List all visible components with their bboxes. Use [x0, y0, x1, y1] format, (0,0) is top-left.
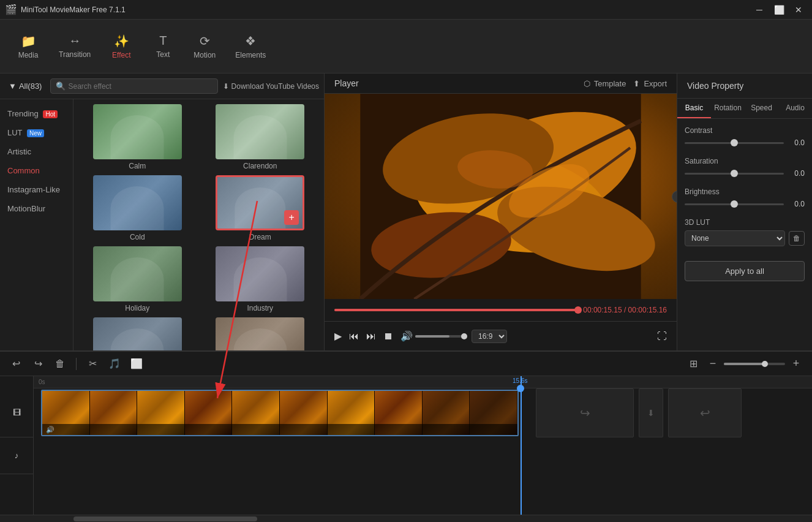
lut-new-badge: New — [27, 129, 44, 137]
effect-clarendon[interactable]: Clarendon — [201, 104, 320, 170]
zoom-control: ⊞ − + — [685, 355, 805, 373]
category-common[interactable]: Common — [0, 161, 73, 180]
video-clip[interactable]: 🔊 — [41, 390, 519, 436]
effect-p2[interactable] — [201, 317, 320, 350]
clip-arrow-3: ↩ — [700, 406, 710, 420]
placeholder-clip-1[interactable]: ↪ — [536, 388, 634, 437]
category-trending-label: Trending — [7, 109, 39, 118]
delete-button[interactable]: 🗑 — [51, 355, 69, 373]
fullscreen-button[interactable]: ⛶ — [657, 331, 667, 342]
contrast-slider[interactable] — [685, 142, 784, 144]
all-effects-toggle[interactable]: ▼ All(83) — [5, 80, 45, 92]
effect-holiday[interactable]: Holiday — [78, 246, 197, 312]
zoom-bar[interactable] — [724, 363, 785, 365]
category-motionblur[interactable]: MotionBlur — [0, 199, 73, 218]
close-button[interactable]: ✕ — [790, 4, 807, 16]
player-title: Player — [334, 78, 359, 88]
export-button[interactable]: ⬆ Export — [633, 79, 667, 88]
category-lut[interactable]: LUT New — [0, 123, 73, 142]
effect-p1[interactable] — [78, 317, 197, 350]
titlebar: 🎬 MiniTool MovieMaker Free 7.1.1 ─ ⬜ ✕ — [0, 0, 812, 20]
template-button[interactable]: ⬡ Template — [584, 79, 626, 88]
cut-button[interactable]: ✂ — [84, 355, 101, 373]
all-count-label: All(83) — [19, 81, 42, 91]
volume-knob[interactable] — [461, 333, 467, 339]
elements-label: Elements — [235, 51, 266, 59]
zoom-collapse-button[interactable]: ⊞ — [685, 355, 702, 373]
dream-add-button[interactable]: + — [284, 210, 299, 225]
effects-panel: ▼ All(83) 🔍 ⬇ Download YouTube Videos Tr… — [0, 74, 325, 350]
saturation-value: 0.0 — [788, 169, 805, 178]
toolbar-media[interactable]: 📁 Media — [10, 30, 47, 63]
restore-button[interactable]: ⬜ — [770, 4, 788, 16]
zoom-in-button[interactable]: + — [788, 355, 805, 373]
video-property-title: Video Property — [677, 74, 812, 99]
toolbar-elements[interactable]: ❖ Elements — [228, 30, 273, 63]
zoom-out-button[interactable]: − — [704, 355, 721, 373]
timeline-playhead-head[interactable] — [517, 385, 524, 392]
tab-rotation[interactable]: Rotation — [711, 99, 745, 118]
effect-dream-thumb: + — [216, 175, 304, 230]
effects-header: ▼ All(83) 🔍 ⬇ Download YouTube Videos — [0, 74, 324, 99]
brightness-slider[interactable] — [685, 203, 784, 205]
timeline-time-label: 15.6s — [513, 377, 527, 384]
tab-basic[interactable]: Basic — [677, 99, 711, 118]
property-tabs: Basic Rotation Speed Audio — [677, 99, 812, 119]
horizontal-scrollbar-thumb[interactable] — [73, 516, 257, 521]
aspect-ratio-select[interactable]: 16:9 4:3 1:1 9:16 — [472, 330, 507, 343]
toolbar-text[interactable]: T Text — [145, 30, 181, 62]
redo-button[interactable]: ↪ — [29, 355, 47, 373]
property-content: Contrast 0.0 Saturation 0.0 Brightness — [677, 119, 812, 350]
effect-calm[interactable]: Calm — [78, 104, 197, 170]
video-frame — [325, 94, 677, 299]
volume-fill — [415, 335, 449, 338]
effect-dream[interactable]: + Dream — [201, 175, 320, 241]
category-artistic-label: Artistic — [7, 147, 31, 156]
effect-holiday-label: Holiday — [125, 304, 149, 312]
export-icon: ⬆ — [633, 79, 640, 88]
search-input[interactable] — [68, 82, 212, 91]
media-icon: 📁 — [21, 34, 36, 48]
timeline-playhead[interactable] — [521, 376, 522, 515]
toolbar-motion[interactable]: ⟳ Motion — [186, 30, 223, 63]
volume-button[interactable]: 🔊 — [400, 330, 413, 342]
lut-select[interactable]: None — [685, 230, 785, 246]
category-instagram[interactable]: Instagram-Like — [0, 180, 73, 199]
motion-icon: ⟳ — [200, 34, 210, 48]
next-frame-button[interactable]: ⏭ — [366, 331, 376, 342]
minimize-button[interactable]: ─ — [751, 4, 768, 16]
zoom-knob[interactable] — [762, 361, 768, 367]
undo-button[interactable]: ↩ — [7, 355, 24, 373]
effect-industry[interactable]: Industry — [201, 246, 320, 312]
saturation-slider[interactable] — [685, 173, 784, 175]
collapse-arrow: ▼ — [9, 81, 17, 91]
progress-bar[interactable] — [334, 309, 578, 311]
stop-button[interactable]: ⏹ — [383, 331, 393, 342]
volume-bar[interactable] — [415, 335, 464, 338]
apply-to-all-button[interactable]: Apply to all — [685, 261, 805, 281]
lut-label: 3D LUT — [685, 218, 805, 227]
text-icon: T — [159, 34, 167, 48]
time-zero-label: 0s — [39, 379, 45, 385]
back-start-button[interactable]: ⏮ — [349, 331, 359, 342]
category-trending[interactable]: Trending Hot — [0, 104, 73, 123]
toolbar-effect[interactable]: ✨ Effect — [103, 30, 140, 63]
crop-button[interactable]: ⬜ — [128, 355, 145, 373]
tab-speed[interactable]: Speed — [745, 99, 778, 118]
progress-knob[interactable] — [574, 306, 582, 314]
download-youtube-btn[interactable]: ⬇ Download YouTube Videos — [223, 82, 319, 91]
timeline-scrollbar[interactable] — [0, 515, 812, 522]
audio-button[interactable]: 🎵 — [106, 355, 123, 373]
search-box[interactable]: 🔍 — [50, 78, 217, 94]
lut-row: 3D LUT None 🗑 — [685, 218, 805, 246]
tab-audio[interactable]: Audio — [778, 99, 812, 118]
lut-delete-button[interactable]: 🗑 — [789, 231, 805, 246]
effects-body: Trending Hot LUT New Artistic Common Ins… — [0, 99, 324, 350]
category-artistic[interactable]: Artistic — [0, 142, 73, 161]
effect-cold[interactable]: Cold — [78, 175, 197, 241]
toolbar-transition[interactable]: ↔ Transition — [51, 30, 98, 62]
zoom-fill — [724, 363, 767, 365]
play-button[interactable]: ▶ — [334, 330, 342, 342]
brightness-value: 0.0 — [788, 200, 805, 208]
timeline-area: ↩ ↪ 🗑 ✂ 🎵 ⬜ ⊞ − + 🎞 ♪ — [0, 350, 812, 522]
